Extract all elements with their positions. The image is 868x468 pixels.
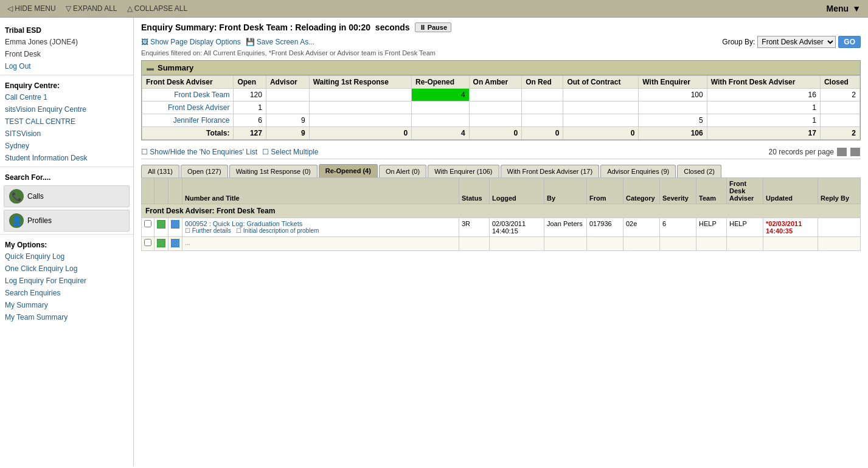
col-status: Status: [459, 178, 490, 204]
summary-table-header-row: Front Desk Adviser Open Advisor Waiting …: [142, 76, 860, 89]
row0-advisor: [266, 89, 309, 102]
sidebar-item-call-centre-1[interactable]: Call Centre 1: [0, 91, 133, 103]
row-category: 02e: [623, 218, 660, 237]
row1-waiting: [309, 102, 411, 114]
show-page-display-button[interactable]: 🖼 Show Page Display Options: [141, 38, 241, 46]
sidebar-item-sydney[interactable]: Sydney: [0, 140, 133, 152]
table-row-2: ...: [142, 237, 861, 251]
col-closed: Closed: [820, 76, 859, 89]
totals-on-red: 0: [522, 127, 563, 140]
tab-reopened[interactable]: Re-Opened (4): [319, 164, 378, 177]
toolbar-left: 🖼 Show Page Display Options 💾 Save Scree…: [141, 38, 314, 46]
hide-menu-button[interactable]: ◁ HIDE MENU: [7, 4, 56, 13]
sidebar-item-sitsvision-enquiry[interactable]: sitsVision Enquiry Centre: [0, 103, 133, 115]
col-status-icon: [155, 178, 168, 204]
group-header-row: Front Desk Adviser: Front Desk Team: [142, 204, 861, 218]
expand-all-button[interactable]: ▽ EXPAND ALL: [66, 4, 117, 13]
tab-closed[interactable]: Closed (2): [677, 165, 721, 177]
pause-button[interactable]: ⏸ Pause: [415, 22, 451, 32]
col-type-icon: [168, 178, 182, 204]
row2-status-icon: [155, 237, 168, 251]
tab-with-front-desk[interactable]: With Front Desk Adviser (17): [501, 165, 600, 177]
profiles-button[interactable]: 👤 Profiles: [4, 210, 130, 232]
menu-chevron-icon[interactable]: ▼: [852, 4, 861, 13]
quick-enquiry-log-link[interactable]: Quick Enquiry Log: [0, 250, 133, 263]
col-advisor: Advisor: [266, 76, 309, 89]
row2-checkbox[interactable]: [142, 237, 155, 251]
col-on-amber: On Amber: [469, 76, 522, 89]
sidebar-item-student-info[interactable]: Student Information Desk: [0, 152, 133, 164]
sidebar-item-test-call-centre[interactable]: TEST CALL CENTRE: [0, 115, 133, 128]
row1-out-contract: [563, 102, 639, 114]
calls-button[interactable]: 📞 Calls: [4, 185, 130, 207]
save-screen-as-button[interactable]: 💾 Save Screen As...: [246, 38, 314, 46]
logout-link[interactable]: Log Out: [0, 60, 133, 72]
tab-waiting[interactable]: Waiting 1st Response (0): [229, 165, 318, 177]
row1-name-link[interactable]: Front Desk Adviser: [168, 103, 229, 112]
col-open: Open: [234, 76, 266, 89]
row-status-icon: [155, 218, 168, 237]
sidebar-divider-1: [0, 75, 133, 75]
row-logged: 02/03/2011 14:40:15: [490, 218, 544, 237]
green-status-icon-2: [157, 239, 165, 247]
page-prev-icon[interactable]: [837, 148, 847, 156]
blue-type-icon-2: [171, 239, 179, 247]
search-for-label: Search For....: [0, 170, 133, 183]
row0-with-enquirer: 100: [639, 89, 707, 102]
row0-name-link[interactable]: Front Desk Team: [174, 91, 229, 99]
row-checkbox[interactable]: [142, 218, 155, 237]
my-team-summary-link[interactable]: My Team Summary: [0, 311, 133, 323]
row-severity: 6: [660, 218, 696, 237]
col-waiting: Waiting 1st Response: [309, 76, 411, 89]
log-enquiry-for-enquirer-link[interactable]: Log Enquiry For Enquirer: [0, 275, 133, 287]
initial-description-link[interactable]: Initial description of problem: [243, 227, 319, 234]
my-summary-link[interactable]: My Summary: [0, 299, 133, 311]
tab-advisor-enquiries[interactable]: Advisor Enquiries (9): [600, 165, 676, 177]
row1-reopened: [412, 102, 469, 114]
totals-label: Totals:: [142, 127, 234, 140]
sidebar-item-sitsvision[interactable]: SITSVision: [0, 128, 133, 140]
totals-with-enquirer: 106: [639, 127, 707, 140]
select-multiple-button[interactable]: ☐ Select Multiple: [262, 148, 318, 156]
enquiry-title-text: Enquiry Summary: Front Desk Team : Reloa…: [141, 22, 410, 32]
table-row: 000952 : Quick Log: Graduation Tickets ☐…: [142, 218, 861, 237]
page-next-icon[interactable]: [850, 148, 860, 156]
tab-open[interactable]: Open (127): [181, 165, 228, 177]
col-team: Team: [696, 178, 727, 204]
row2-closed: [820, 114, 859, 127]
enquiry-title-link[interactable]: 000952 : Quick Log: Graduation Tickets: [185, 220, 302, 227]
row2-name-link[interactable]: Jennifer Florance: [173, 116, 230, 125]
enquiry-table-header: Number and Title Status Logged By From C…: [142, 178, 861, 204]
group-by-label: Group By:: [722, 38, 755, 46]
sidebar-divider-3: [0, 234, 133, 235]
row2-out-contract: [563, 114, 639, 127]
summary-toggle-icon[interactable]: ▬: [147, 64, 154, 72]
summary-row-2: Jennifer Florance 6 9 5 1: [142, 114, 860, 127]
row2-advisor: 9: [266, 114, 309, 127]
col-severity: Severity: [660, 178, 696, 204]
tab-on-alert[interactable]: On Alert (0): [379, 165, 426, 177]
row-number-title: 000952 : Quick Log: Graduation Tickets ☐…: [182, 218, 459, 237]
show-hide-no-enquiries-button[interactable]: ☐ Show/Hide the 'No Enquiries' List: [141, 148, 257, 156]
one-click-enquiry-log-link[interactable]: One Click Enquiry Log: [0, 263, 133, 275]
row0-reopened: 4: [412, 89, 469, 102]
top-bar-left: ◁ HIDE MENU ▽ EXPAND ALL △ COLLAPSE ALL: [7, 4, 187, 13]
main-content: Enquiry Summary: Front Desk Team : Reloa…: [134, 18, 868, 466]
row1-advisor: [266, 102, 309, 114]
group-by-select[interactable]: Front Desk Adviser: [757, 36, 836, 48]
group-header-label: Front Desk Adviser: Front Desk Team: [142, 204, 861, 218]
col-number-title: Number and Title: [182, 178, 459, 204]
collapse-all-button[interactable]: △ COLLAPSE ALL: [127, 4, 188, 13]
summary-title: Summary: [158, 63, 193, 72]
tab-all[interactable]: All (131): [141, 165, 179, 177]
col-from: From: [587, 178, 623, 204]
top-bar: ◁ HIDE MENU ▽ EXPAND ALL △ COLLAPSE ALL …: [0, 0, 868, 18]
further-details-link[interactable]: Further details: [192, 227, 231, 234]
green-status-icon: [157, 220, 165, 229]
tab-with-enquirer[interactable]: With Enquirer (106): [428, 165, 499, 177]
col-with-front-desk: With Front Desk Adviser: [707, 76, 820, 89]
go-button[interactable]: GO: [838, 36, 861, 48]
row2-number-title: ...: [182, 237, 459, 251]
search-enquiries-link[interactable]: Search Enquiries: [0, 287, 133, 299]
filter-text: Enquiries filtered on: All Current Enqui…: [141, 49, 861, 57]
